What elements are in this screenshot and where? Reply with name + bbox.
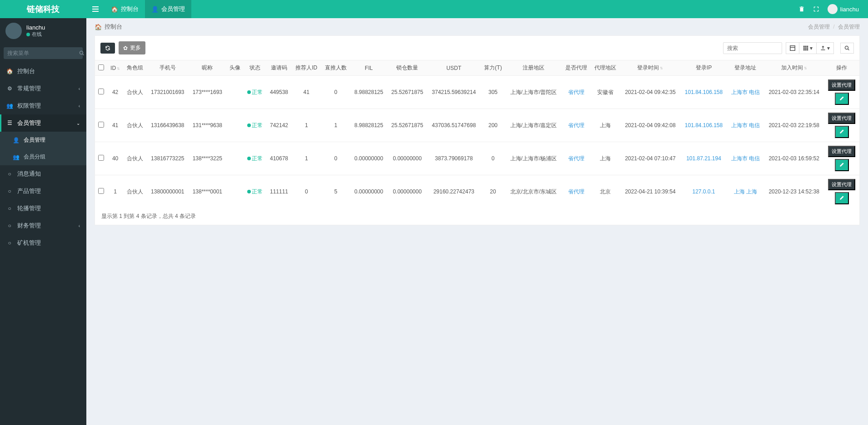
sidebar-item-member[interactable]: ☰会员管理⌄ xyxy=(0,114,86,132)
cell-agent-region: 北京 xyxy=(591,175,620,208)
col-agent-region[interactable]: 代理地区 xyxy=(591,60,620,76)
user-menu[interactable]: lianchu xyxy=(828,4,859,14)
cell-invite: 449538 xyxy=(266,76,292,109)
edit-button[interactable] xyxy=(835,192,849,204)
cell-invite: 742142 xyxy=(266,109,292,142)
cell-nickname: 131****9638 xyxy=(189,109,226,142)
cell-nickname: 138****3225 xyxy=(189,142,226,175)
select-all-checkbox[interactable] xyxy=(98,64,104,70)
more-button[interactable]: ✿ 更多 xyxy=(119,41,145,54)
svg-rect-10 xyxy=(805,49,807,50)
set-agent-button[interactable]: 设置代理 xyxy=(828,79,855,91)
cell-phone: 17321001693 xyxy=(147,76,189,109)
cell-login-ip: 101.84.106.158 xyxy=(680,109,727,142)
edit-button[interactable] xyxy=(835,159,849,171)
row-checkbox[interactable] xyxy=(98,122,104,128)
col-invite[interactable]: 邀请码 xyxy=(266,60,292,76)
cell-id: 40 xyxy=(107,142,123,175)
breadcrumb: 会员管理 / 会员管理 xyxy=(808,23,860,31)
circle-icon: ○ xyxy=(6,222,13,229)
cell-avatar xyxy=(226,76,244,109)
sidebar-search-button[interactable] xyxy=(79,47,85,59)
cell-join-time: 2021-02-03 22:35:14 xyxy=(764,76,824,109)
col-join-time[interactable]: 加入时间⇅ xyxy=(764,60,824,76)
toggle-view-button[interactable] xyxy=(786,42,799,54)
cell-login-time: 2022-04-21 10:39:54 xyxy=(620,175,681,208)
cell-agent-region: 安徽省 xyxy=(591,76,620,109)
users-icon: 👥 xyxy=(13,154,19,160)
col-role[interactable]: 角色组 xyxy=(123,60,147,76)
sidebar-item-dashboard[interactable]: 🏠控制台 xyxy=(0,63,86,80)
sidebar-item-message[interactable]: ○消息通知 xyxy=(0,165,86,183)
cell-agent-region: 上海 xyxy=(591,142,620,175)
breadcrumb-home[interactable]: 🏠 控制台 xyxy=(95,23,122,31)
set-agent-button[interactable]: 设置代理 xyxy=(828,113,855,124)
svg-rect-1 xyxy=(790,45,795,50)
col-locked[interactable]: 锁仓数量 xyxy=(387,60,427,76)
refresh-button[interactable] xyxy=(100,43,115,54)
group-icon: 👥 xyxy=(6,103,13,109)
col-fil[interactable]: FIL xyxy=(350,60,387,76)
user-icon: 👤 xyxy=(151,6,159,13)
cell-role: 合伙人 xyxy=(123,76,147,109)
sidebar-item-member-group[interactable]: 👥会员分组 xyxy=(0,148,86,165)
col-reg-region[interactable]: 注册地区 xyxy=(505,60,561,76)
col-referrer[interactable]: 推荐人ID xyxy=(292,60,321,76)
col-id[interactable]: ID⇅ xyxy=(107,60,123,76)
row-checkbox[interactable] xyxy=(98,188,104,194)
status-dot-icon xyxy=(247,157,251,160)
col-avatar[interactable]: 头像 xyxy=(226,60,244,76)
col-is-agent[interactable]: 是否代理 xyxy=(562,60,591,76)
cell-fil: 8.98828125 xyxy=(350,76,387,109)
breadcrumb-level2[interactable]: 会员管理 xyxy=(838,24,860,30)
columns-button[interactable]: ▾ xyxy=(799,42,817,54)
col-login-ip[interactable]: 登录IP xyxy=(680,60,727,76)
nav-dashboard[interactable]: 🏠 控制台 xyxy=(105,0,145,18)
set-agent-button[interactable]: 设置代理 xyxy=(828,179,855,190)
gear-icon: ✿ xyxy=(123,45,128,51)
cell-login-addr: 上海市 电信 xyxy=(727,109,764,142)
col-direct[interactable]: 直推人数 xyxy=(321,60,350,76)
set-agent-button[interactable]: 设置代理 xyxy=(828,146,855,157)
col-status[interactable]: 状态 xyxy=(244,60,266,76)
svg-point-0 xyxy=(80,51,83,54)
sidebar-item-permission[interactable]: 👥权限管理‹ xyxy=(0,97,86,114)
status-dot-icon xyxy=(26,33,30,36)
breadcrumb-level1[interactable]: 会员管理 xyxy=(808,24,830,30)
col-login-addr[interactable]: 登录地址 xyxy=(727,60,764,76)
export-button[interactable]: ▾ xyxy=(817,42,834,54)
cell-referrer: 1 xyxy=(292,142,321,175)
edit-button[interactable] xyxy=(835,93,849,105)
col-hashrate[interactable]: 算力(T) xyxy=(480,60,505,76)
sidebar-toggle[interactable] xyxy=(86,0,105,18)
cell-referrer: 1 xyxy=(292,109,321,142)
avatar-icon xyxy=(828,4,838,14)
edit-button[interactable] xyxy=(835,126,849,138)
sidebar-item-miner[interactable]: ○矿机管理 xyxy=(0,234,86,252)
fullscreen-button[interactable] xyxy=(813,6,819,12)
col-nickname[interactable]: 昵称 xyxy=(189,60,226,76)
cell-status: 正常 xyxy=(244,109,266,142)
col-usdt[interactable]: USDT xyxy=(427,60,480,76)
table-row: 40 合伙人 13816773225 138****3225 正常 410678… xyxy=(95,142,859,175)
chevron-left-icon: ‹ xyxy=(79,223,80,228)
col-login-time[interactable]: 登录时间⇅ xyxy=(620,60,681,76)
sidebar-item-carousel[interactable]: ○轮播管理 xyxy=(0,200,86,217)
nav-member[interactable]: 👤 会员管理 xyxy=(145,0,191,18)
cell-role: 合伙人 xyxy=(123,142,147,175)
svg-rect-7 xyxy=(805,47,807,49)
sidebar-item-general[interactable]: ⚙常规管理‹ xyxy=(0,80,86,97)
row-checkbox[interactable] xyxy=(98,155,104,161)
row-checkbox[interactable] xyxy=(98,89,104,94)
cell-ops: 设置代理 xyxy=(824,109,859,142)
col-ops[interactable]: 操作 xyxy=(824,60,859,76)
col-phone[interactable]: 手机号 xyxy=(147,60,189,76)
table-search-input[interactable] xyxy=(723,42,782,54)
sidebar-item-finance[interactable]: ○财务管理‹ xyxy=(0,217,86,234)
cell-phone: 13166439638 xyxy=(147,109,189,142)
sidebar-item-member-manage[interactable]: 👤会员管理 xyxy=(0,132,86,148)
search-toggle-button[interactable] xyxy=(840,43,854,54)
sidebar-search-input[interactable] xyxy=(4,47,79,59)
sidebar-item-product[interactable]: ○产品管理 xyxy=(0,183,86,200)
trash-button[interactable] xyxy=(798,6,805,12)
